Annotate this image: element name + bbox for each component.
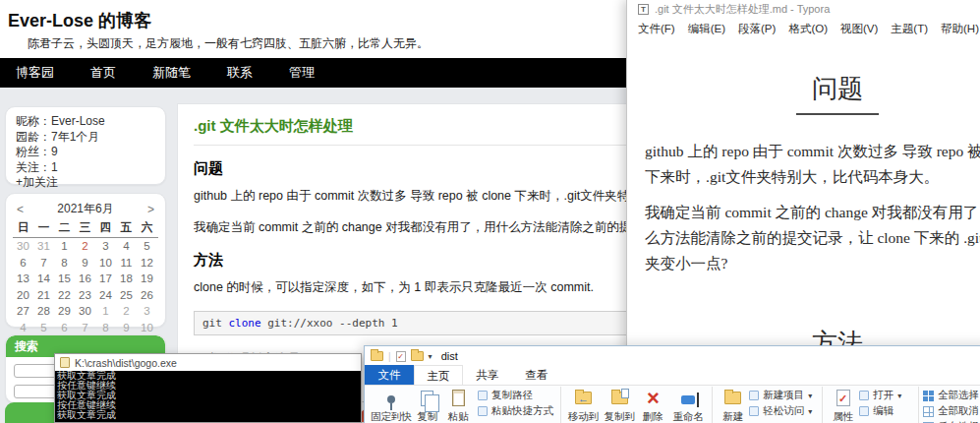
calendar-day[interactable]: 25 xyxy=(116,287,137,304)
explorer-titlebar[interactable]: | ✓ ▾ dist xyxy=(365,346,980,366)
calendar-day[interactable]: 23 xyxy=(75,287,95,304)
move-to-button[interactable]: ← 移动到 xyxy=(565,386,602,423)
calendar-day[interactable]: 1 xyxy=(54,238,75,255)
calendar-day[interactable]: 6 xyxy=(54,320,75,336)
calendar-day[interactable]: 14 xyxy=(33,271,54,287)
tab-share[interactable]: 共享 xyxy=(463,365,512,385)
typora-paragraph[interactable]: 我确定当前 commit 之前的 change 对我都没有用了，用什么方法能清除… xyxy=(645,200,980,276)
copy-path-button[interactable]: 复制路径 xyxy=(478,389,556,402)
typora-paragraph[interactable]: github 上的 repo 由于 commit 次数过多 导致 repo 被 … xyxy=(645,139,980,190)
calendar-day[interactable]: 11 xyxy=(116,255,137,272)
properties-quick-icon[interactable]: ✓ xyxy=(396,351,406,362)
explorer-app-icon xyxy=(371,351,383,361)
tab-home[interactable]: 主页 xyxy=(414,365,463,385)
calendar-day[interactable]: 13 xyxy=(13,271,33,287)
select-none-button[interactable]: 全部取消 xyxy=(923,404,980,418)
calendar-day[interactable]: 16 xyxy=(75,271,95,287)
calendar-day[interactable]: 27 xyxy=(13,303,33,320)
calendar-day[interactable]: 2 xyxy=(75,238,95,255)
typora-titlebar[interactable]: T .git 文件太大时怎样处理.md - Typora xyxy=(627,0,980,19)
calendar-day[interactable]: 10 xyxy=(95,255,116,272)
menu-file[interactable]: 文件(F) xyxy=(638,22,675,36)
calendar-day[interactable]: 4 xyxy=(13,320,33,336)
calendar-day[interactable]: 3 xyxy=(95,238,116,255)
menu-format[interactable]: 格式(O) xyxy=(788,22,828,36)
calendar-day[interactable]: 10 xyxy=(137,320,157,336)
calendar-day[interactable]: 5 xyxy=(137,238,157,255)
copy-button[interactable]: 复制 xyxy=(412,386,442,423)
chevron-down-icon[interactable]: ▾ xyxy=(429,352,432,361)
calendar-day[interactable]: 8 xyxy=(54,255,75,272)
calendar-day[interactable]: 26 xyxy=(137,287,157,304)
calendar-prev-button[interactable]: < xyxy=(17,203,24,216)
tab-file[interactable]: 文件 xyxy=(365,365,414,385)
new-folder-quick-icon[interactable] xyxy=(411,351,424,361)
post-title-link[interactable]: .git 文件太大时怎样处理 xyxy=(194,117,634,136)
ribbon-separator xyxy=(918,387,919,423)
calendar-day[interactable]: 2 xyxy=(116,303,137,320)
tab-view[interactable]: 查看 xyxy=(512,365,561,385)
calendar-day[interactable]: 5 xyxy=(33,320,54,336)
new-item-button[interactable]: 新建项目 ▾ xyxy=(749,389,818,402)
menu-view[interactable]: 视图(V) xyxy=(840,22,878,36)
calendar-day[interactable]: 9 xyxy=(75,255,95,272)
calendar-weekday: 三 xyxy=(75,220,95,235)
calendar-day[interactable]: 22 xyxy=(54,287,75,304)
add-follow-link[interactable]: +加关注 xyxy=(16,175,58,189)
calendar-day[interactable]: 1 xyxy=(95,303,116,320)
calendar-day[interactable]: 6 xyxy=(13,255,33,272)
delete-button[interactable]: × 删除 xyxy=(638,386,668,423)
paste-button[interactable]: 粘贴 xyxy=(442,386,473,423)
nav-link-contact[interactable]: 联系 xyxy=(227,64,253,82)
calendar-day[interactable]: 30 xyxy=(75,303,95,320)
calendar-day[interactable]: 29 xyxy=(54,303,75,320)
nav-link-cnblogs[interactable]: 博客园 xyxy=(16,64,54,82)
easy-access-button[interactable]: 轻松访问 ▾ xyxy=(749,404,818,418)
menu-theme[interactable]: 主题(T) xyxy=(891,22,928,36)
calendar-day[interactable]: 18 xyxy=(116,271,137,287)
select-all-button[interactable]: 全部选择 xyxy=(923,389,980,402)
calendar-day[interactable]: 30 xyxy=(13,238,33,255)
calendar-next-button[interactable]: > xyxy=(147,203,154,216)
nav-link-manage[interactable]: 管理 xyxy=(289,64,315,82)
new-item-icon xyxy=(749,391,759,400)
blog-subtitle: 陈君子云，头圆顶天，足方履地，一般有七窍四肢、五脏六腑，比常人无异。 xyxy=(28,35,429,52)
menu-edit[interactable]: 编辑(E) xyxy=(688,22,725,36)
following-label: 关注： xyxy=(16,160,51,174)
new-folder-button[interactable]: 新建 xyxy=(717,386,749,423)
following-count-link[interactable]: 1 xyxy=(51,160,58,174)
calendar-day[interactable]: 7 xyxy=(33,255,54,272)
move-to-icon: ← xyxy=(575,392,592,404)
pin-to-quick-access-button[interactable]: 固定到快 xyxy=(371,386,412,423)
calendar-day[interactable]: 4 xyxy=(116,238,137,255)
properties-button[interactable]: ✓ 属性 xyxy=(827,386,859,423)
typora-heading[interactable]: 问题 xyxy=(796,72,879,115)
menu-help[interactable]: 帮助(H) xyxy=(941,22,979,36)
calendar-day[interactable]: 9 xyxy=(116,320,137,336)
calendar-day[interactable]: 28 xyxy=(33,303,54,320)
console-titlebar[interactable]: K:\crash\dist\gogo.exe xyxy=(55,354,361,371)
nav-link-home[interactable]: 首页 xyxy=(90,64,116,82)
fans-count-link[interactable]: 9 xyxy=(51,145,58,158)
calendar-day[interactable]: 19 xyxy=(137,271,157,287)
rename-button[interactable]: 重命名 xyxy=(668,386,708,423)
calendar-day[interactable]: 21 xyxy=(33,287,54,304)
open-button[interactable]: 打开 ▾ xyxy=(859,389,914,402)
calendar-day[interactable]: 8 xyxy=(95,320,116,336)
menu-paragraph[interactable]: 段落(P) xyxy=(738,22,776,36)
calendar-day[interactable]: 7 xyxy=(75,320,95,336)
calendar-day[interactable]: 31 xyxy=(33,238,54,255)
copy-to-icon xyxy=(611,392,628,404)
button-label: 属性 xyxy=(833,410,853,423)
calendar-day[interactable]: 3 xyxy=(137,303,157,320)
copy-to-button[interactable]: 复制到 xyxy=(602,386,638,423)
calendar-day[interactable]: 12 xyxy=(137,255,157,272)
calendar-day[interactable]: 15 xyxy=(54,271,75,287)
calendar-day[interactable]: 17 xyxy=(95,271,116,287)
calendar-day[interactable]: 24 xyxy=(95,287,116,304)
paste-shortcut-button[interactable]: 粘贴快捷方式 xyxy=(478,404,556,418)
nav-link-new-post[interactable]: 新随笔 xyxy=(152,64,191,82)
calendar-day[interactable]: 20 xyxy=(13,287,33,304)
button-label: 轻松访问 xyxy=(763,404,804,418)
edit-button[interactable]: 编辑 xyxy=(859,404,914,418)
